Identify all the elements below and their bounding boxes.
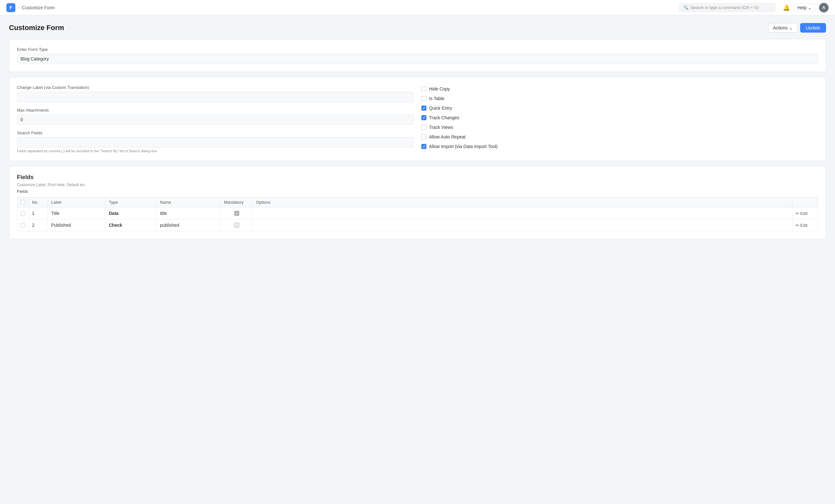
help-chevron-icon: ⌄ [808, 5, 812, 10]
cell-edit[interactable]: ✏ Edit [792, 208, 818, 219]
form-type-input[interactable] [17, 54, 818, 64]
checkbox-row-track_changes[interactable]: Track Changes [421, 115, 818, 120]
actions-button[interactable]: Actions ⌄ [768, 23, 798, 33]
update-button[interactable]: Update [800, 23, 826, 33]
edit-button-2[interactable]: ✏ Edit [796, 223, 815, 228]
breadcrumb: Customize Form [22, 5, 55, 10]
fields-section-label: Fields [17, 189, 818, 194]
cell-label: Published [48, 219, 106, 231]
row-checkbox-2[interactable] [20, 223, 25, 228]
search-fields-label: Search Fields [17, 130, 414, 135]
cell-options [253, 219, 792, 231]
col-mandatory: Mandatory [221, 197, 253, 208]
row-checkbox-1[interactable] [20, 211, 25, 216]
col-name: Name [157, 197, 221, 208]
checkbox-label-allow_auto_repeat: Allow Auto Repeat [429, 134, 466, 140]
checkbox-hide_copy[interactable] [421, 86, 426, 91]
cell-mandatory [221, 219, 253, 231]
checkbox-track_views[interactable] [421, 125, 426, 130]
search-fields-group: Search Fields Fields separated by comma … [17, 130, 414, 153]
table-row: 1TitleDatatitle✏ Edit [17, 208, 818, 219]
app-logo: F [6, 3, 15, 12]
checkbox-label-quick_entry: Quick Entry [429, 106, 452, 111]
form-type-label: Enter Form Type [17, 47, 818, 52]
checkbox-row-quick_entry[interactable]: Quick Entry [421, 106, 818, 111]
checkbox-row-track_views[interactable]: Track Views [421, 125, 818, 130]
checkbox-is_table[interactable] [421, 96, 426, 101]
fields-table: No. Label Type Name Mandatory Options 1T… [17, 197, 818, 231]
checkbox-track_changes[interactable] [421, 115, 426, 120]
help-button[interactable]: Help ⌄ [794, 3, 815, 12]
fields-section-title: Fields [17, 174, 818, 181]
cell-no: 1 [29, 208, 48, 219]
settings-card: Change Label (via Custom Translation) Ma… [9, 77, 826, 161]
cell-name: title [157, 208, 221, 219]
search-bar[interactable]: 🔍 Search or type a command (Ctrl + G) [679, 3, 775, 12]
page-title: Customize Form [9, 24, 64, 32]
cell-type: Check [106, 219, 157, 231]
checkbox-allow_auto_repeat[interactable] [421, 134, 426, 140]
checkbox-label-hide_copy: Hide Copy [429, 86, 450, 91]
fields-card: Fields Customize Label, Print Hide, Defa… [9, 166, 826, 239]
search-fields-hint: Fields separated by comma (,) will be in… [17, 149, 414, 153]
checkbox-row-allow_import[interactable]: Allow Import (via Data Import Tool) [421, 144, 818, 149]
max-attachments-input[interactable] [17, 114, 414, 125]
checkbox-label-track_views: Track Views [429, 125, 453, 130]
mandatory-checkbox-1[interactable] [234, 211, 239, 216]
cell-edit[interactable]: ✏ Edit [792, 219, 818, 231]
checkbox-label-track_changes: Track Changes [429, 115, 459, 120]
form-type-card: Enter Form Type [9, 39, 826, 72]
help-label: Help [797, 5, 807, 10]
max-attachments-group: Max Attachments [17, 108, 414, 125]
actions-label: Actions [773, 25, 788, 30]
col-options: Options [253, 197, 792, 208]
table-header-row: No. Label Type Name Mandatory Options [17, 197, 818, 208]
cell-label: Title [48, 208, 106, 219]
search-icon: 🔍 [684, 5, 689, 10]
topbar-right: 🔔 Help ⌄ A [783, 3, 829, 13]
page-header-actions: Actions ⌄ Update [768, 23, 826, 33]
checkbox-row-hide_copy[interactable]: Hide Copy [421, 86, 818, 91]
page-header: Customize Form Actions ⌄ Update [9, 23, 826, 33]
change-label-label: Change Label (via Custom Translation) [17, 85, 414, 90]
cell-type: Data [106, 208, 157, 219]
col-label: Label [48, 197, 106, 208]
max-attachments-label: Max Attachments [17, 108, 414, 112]
cell-options [253, 208, 792, 219]
actions-chevron-icon: ⌄ [789, 25, 793, 30]
checkbox-allow_import[interactable] [421, 144, 426, 149]
checkbox-row-is_table[interactable]: Is Table [421, 96, 818, 101]
col-no: No. [29, 197, 48, 208]
checkbox-label-is_table: Is Table [429, 96, 444, 101]
breadcrumb-separator: › [18, 5, 19, 10]
notifications-bell-icon[interactable]: 🔔 [783, 4, 790, 11]
table-row: 2PublishedCheckpublished✏ Edit [17, 219, 818, 231]
edit-button-1[interactable]: ✏ Edit [796, 211, 815, 216]
cell-mandatory [221, 208, 253, 219]
checkbox-label-allow_import: Allow Import (via Data Import Tool) [429, 144, 497, 149]
settings-two-col: Change Label (via Custom Translation) Ma… [17, 85, 818, 153]
col-checkbox [17, 197, 29, 208]
search-fields-input[interactable] [17, 137, 414, 147]
select-all-checkbox[interactable] [20, 200, 25, 205]
change-label-group: Change Label (via Custom Translation) [17, 85, 414, 102]
topbar: F › Customize Form 🔍 Search or type a co… [0, 0, 835, 15]
fields-section-desc: Customize Label, Print Hide, Default etc… [17, 183, 818, 187]
checkbox-row-allow_auto_repeat[interactable]: Allow Auto Repeat [421, 134, 818, 140]
avatar[interactable]: A [819, 3, 829, 13]
settings-left-col: Change Label (via Custom Translation) Ma… [17, 85, 414, 153]
cell-name: published [157, 219, 221, 231]
cell-no: 2 [29, 219, 48, 231]
search-placeholder: Search or type a command (Ctrl + G) [690, 5, 759, 10]
main-content: Customize Form Actions ⌄ Update Enter Fo… [0, 15, 835, 252]
change-label-input[interactable] [17, 92, 414, 102]
col-type: Type [106, 197, 157, 208]
checkbox-quick_entry[interactable] [421, 106, 426, 111]
mandatory-checkbox-2[interactable] [234, 223, 239, 228]
col-actions [792, 197, 818, 208]
settings-right-col: Hide CopyIs TableQuick EntryTrack Change… [421, 85, 818, 153]
